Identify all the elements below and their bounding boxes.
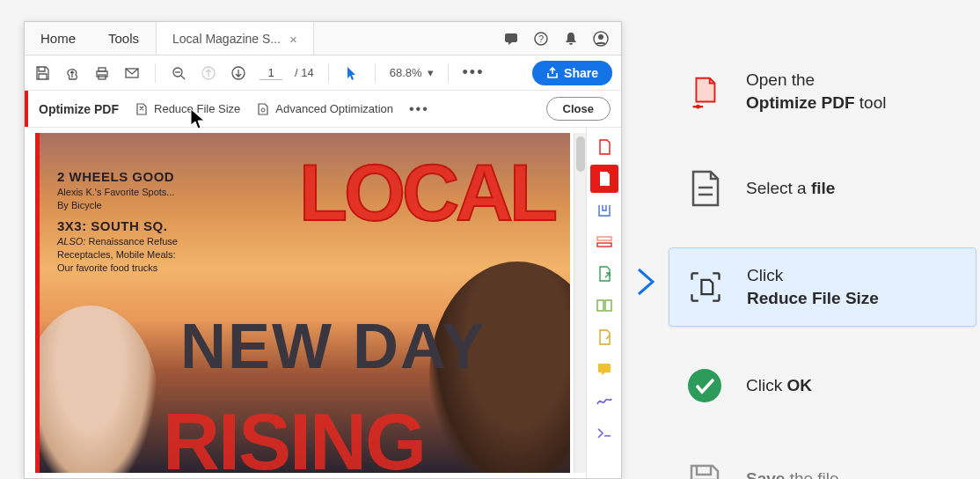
pdf-page[interactable]: LOCAL NEW DAY RISING 2 WHEELS GOOD Alexi… xyxy=(35,133,570,473)
prev-page-icon[interactable] xyxy=(200,64,217,82)
advanced-file-icon xyxy=(256,102,270,116)
headline-new-day: NEW DAY xyxy=(180,318,486,375)
top-tab-bar: Home Tools Local Magazine S... × ? xyxy=(25,22,621,55)
tool-export-pdf-icon[interactable] xyxy=(590,196,618,225)
tab-home[interactable]: Home xyxy=(25,22,92,55)
checkmark-step-icon xyxy=(686,367,723,404)
step-save-file: Save the file xyxy=(669,445,976,479)
svg-rect-17 xyxy=(597,300,603,311)
svg-point-21 xyxy=(696,104,700,108)
svg-rect-15 xyxy=(597,237,611,240)
optimize-toolbar: Optimize PDF Reduce File Size Advanced O… xyxy=(25,91,621,128)
reduce-file-icon xyxy=(135,102,149,116)
main-toolbar: / 14 68.8%▾ ••• Share xyxy=(25,55,621,91)
instruction-steps: Open theOptimize PDF tool Select a file … xyxy=(669,53,976,479)
share-button[interactable]: Share xyxy=(532,61,612,85)
print-icon[interactable] xyxy=(93,64,111,82)
tool-more-icon[interactable] xyxy=(590,418,618,446)
email-icon[interactable] xyxy=(123,64,141,82)
help-icon[interactable]: ? xyxy=(533,31,549,47)
acrobat-window: Home Tools Local Magazine S... × ? / 14 … xyxy=(24,21,622,479)
zoom-out-icon[interactable] xyxy=(170,64,187,82)
tool-optimize-pdf-icon[interactable] xyxy=(590,165,618,193)
chevron-down-icon: ▾ xyxy=(428,66,434,79)
svg-point-14 xyxy=(261,108,265,112)
vertical-scrollbar[interactable] xyxy=(574,133,586,473)
tool-edit-pdf-icon[interactable] xyxy=(590,228,618,256)
tab-document[interactable]: Local Magazine S... × xyxy=(156,22,314,55)
magazine-contents: 2 WHEELS GOOD Alexis K.'s Favorite Spots… xyxy=(57,168,211,275)
magazine-title: LOCAL xyxy=(299,159,554,227)
svg-rect-16 xyxy=(597,243,611,247)
more-tools-icon[interactable]: ••• xyxy=(463,63,485,82)
close-tab-icon[interactable]: × xyxy=(289,32,297,47)
tool-create-pdf-icon[interactable] xyxy=(590,133,618,161)
reduce-file-size-button[interactable]: Reduce File Size xyxy=(135,102,240,116)
share-icon xyxy=(546,67,559,79)
next-page-icon[interactable] xyxy=(230,64,247,82)
file-step-icon xyxy=(686,170,723,207)
optimize-pdf-step-icon xyxy=(686,73,723,110)
advanced-optimization-button[interactable]: Advanced Optimization xyxy=(256,102,393,116)
tool-share-file-icon[interactable] xyxy=(590,260,618,288)
save-step-icon xyxy=(686,461,723,479)
step-reduce-file-size: ClickReduce File Size xyxy=(669,247,976,326)
tool-fill-sign-icon[interactable] xyxy=(590,387,618,415)
upload-icon[interactable] xyxy=(63,64,81,82)
tab-tools[interactable]: Tools xyxy=(92,22,156,55)
zoom-dropdown[interactable]: 68.8%▾ xyxy=(390,66,434,79)
tool-send-comments-icon[interactable] xyxy=(590,323,618,351)
svg-line-10 xyxy=(181,76,185,79)
svg-point-4 xyxy=(598,34,603,40)
step-click-ok: Click OK xyxy=(669,351,976,420)
page-total-label: / 14 xyxy=(295,66,314,79)
svg-point-24 xyxy=(688,369,721,402)
optimize-title: Optimize PDF xyxy=(39,102,119,116)
svg-rect-6 xyxy=(99,68,106,71)
step-select-file: Select a file xyxy=(669,154,976,223)
svg-rect-18 xyxy=(605,300,611,311)
chat-icon[interactable] xyxy=(503,31,519,47)
close-optimize-button[interactable]: Close xyxy=(546,97,611,121)
bell-icon[interactable] xyxy=(563,31,579,47)
headline-rising: RISING xyxy=(163,397,425,473)
tool-organize-icon[interactable] xyxy=(590,291,618,320)
page-number-input[interactable] xyxy=(260,66,282,80)
reduce-size-step-icon xyxy=(687,269,724,306)
selection-pointer-icon[interactable] xyxy=(343,64,361,82)
account-icon[interactable] xyxy=(593,31,609,47)
photo-person-left xyxy=(35,306,158,473)
tab-document-label: Local Magazine S... xyxy=(172,32,281,46)
step-indicator-chevron-icon xyxy=(635,266,658,298)
svg-text:?: ? xyxy=(538,33,544,44)
svg-rect-0 xyxy=(505,33,517,42)
tool-comment-icon[interactable] xyxy=(590,355,618,383)
svg-rect-19 xyxy=(598,364,611,372)
save-icon[interactable] xyxy=(33,64,51,82)
right-tool-panel xyxy=(586,128,621,478)
more-optimize-icon[interactable]: ••• xyxy=(409,101,429,117)
document-viewport: LOCAL NEW DAY RISING 2 WHEELS GOOD Alexi… xyxy=(25,128,621,478)
step-open-optimize: Open theOptimize PDF tool xyxy=(669,53,976,129)
